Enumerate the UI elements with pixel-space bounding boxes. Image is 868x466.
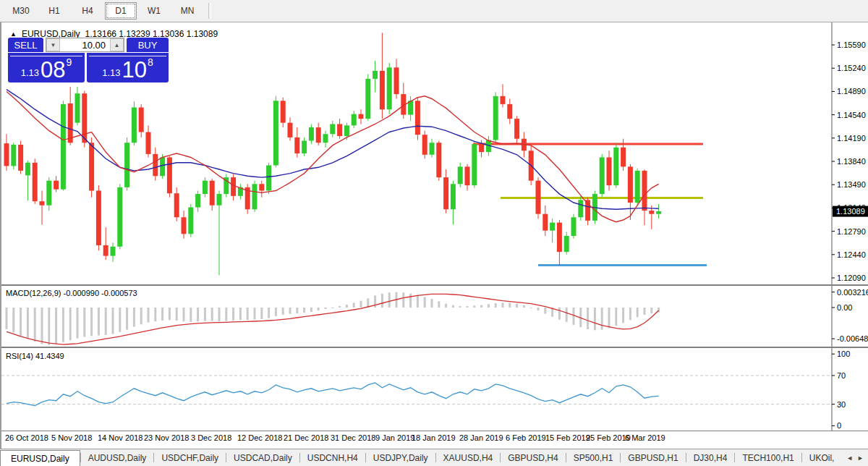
candle-body [309,127,314,140]
sell-button[interactable]: SELL [8,38,43,52]
candle-body [132,107,137,143]
macd-histogram-bar [161,308,163,321]
date-axis-label[interactable]: 31 Dec 2018 [331,433,375,442]
macd-histogram-bar [197,308,199,321]
candle-body [188,207,193,234]
bottom-tab-eurusd-daily[interactable]: EURUSD,Daily [0,450,80,466]
volume-increase-icon[interactable]: ▲ [110,38,124,51]
bottom-tab-ukoil-[interactable]: UKOil, [802,449,842,466]
tab-scroll-left-icon[interactable]: ◄ [846,454,853,462]
macd-label: MACD(12,26,9) -0.000990 -0.000573 [6,289,137,297]
date-axis-label[interactable]: 15 Feb 2019 [545,433,590,442]
price-tick-label: 1.14540 [837,111,866,119]
date-axis-label[interactable]: 9 Jan 2019 [375,433,414,442]
date-axis-label[interactable]: 26 Oct 2018 [5,433,48,442]
timeframe-button-D1[interactable]: D1 [105,2,137,20]
candle-body [621,148,626,167]
candle-body [167,157,172,193]
volume-decrease-icon[interactable]: ▼ [46,38,60,51]
macd-histogram-bar [69,308,72,340]
macd-histogram-bar [615,308,617,326]
candle-body [422,135,427,155]
candle-body [25,163,30,175]
date-axis-label[interactable]: 23 Nov 2018 [144,433,189,442]
macd-histogram-bar [41,308,43,344]
timeframe-button-MN[interactable]: MN [171,2,203,20]
bottom-tab-dj30-h4[interactable]: DJ30,H4 [686,449,735,466]
candle-body [4,143,9,166]
macd-histogram-bar [537,308,540,310]
bottom-tab-sp500-h1[interactable]: SP500,H1 [566,449,621,466]
macd-histogram-bar [629,308,631,320]
candle-body [557,223,562,252]
date-axis-label[interactable]: 18 Jan 2019 [412,433,456,442]
timeframe-button-H4[interactable]: H4 [72,2,103,20]
candle-body [281,101,286,122]
macd-histogram-bar [473,305,475,308]
macd-histogram-bar [105,308,107,335]
macd-histogram-bar [27,308,29,339]
sell-price-pip: 9 [67,56,72,68]
candle-body [195,194,200,207]
candle-body [316,127,321,143]
candle-body [231,177,236,196]
macd-histogram-bar [360,301,362,308]
date-axis-label[interactable]: 3 Dec 2018 [191,433,231,442]
bottom-tab-usdcnh-h4[interactable]: USDCNH,H4 [300,449,365,466]
candle-body [323,134,328,143]
one-click-trade-panel: SELL ▼ 10.00 ▲ BUY 1.13 08 9 1.13 10 8 [8,38,169,106]
bottom-tab-tech100-h1[interactable]: TECH100,H1 [735,449,801,466]
price-tick-label: 1.13840 [837,157,866,166]
date-axis-label[interactable]: 6 Feb 2019 [506,433,546,442]
candle-body [507,104,512,119]
price-tick-label: 1.12090 [837,274,866,282]
buy-price-display[interactable]: 1.13 10 8 [87,53,169,82]
chart-tab-bar: EURUSD,DailyAUDUSD,DailyUSDCHF,DailyUSDC… [0,449,868,466]
bottom-tab-gbpusd-h1[interactable]: GBPUSD,H1 [621,449,685,466]
bottom-tab-usdjpy-daily[interactable]: USDJPY,Daily [366,449,435,466]
tab-scroll-right-icon[interactable]: ► [857,454,864,462]
date-axis-label[interactable]: 21 Dec 2018 [284,433,328,442]
candle-body [96,190,101,245]
sell-price-display[interactable]: 1.13 08 9 [8,53,85,82]
bottom-tab-audusd-daily[interactable]: AUDUSD,Daily [81,449,154,466]
candle-body [330,124,335,134]
volume-input[interactable]: 10.00 [60,38,110,51]
volume-stepper: ▼ 10.00 ▲ [46,38,124,52]
current-price-value: 1.13089 [836,207,865,216]
chart-window: 1.155901.152401.148901.145401.141901.138… [0,22,868,449]
bottom-tab-usdchf-daily[interactable]: USDCHF,Daily [154,449,226,466]
macd-histogram-bar [445,304,447,308]
buy-button[interactable]: BUY [127,38,169,52]
date-axis-label[interactable]: 28 Jan 2019 [459,433,503,442]
bottom-tab-usdcad-daily[interactable]: USDCAD,Daily [226,449,299,466]
bottom-tab-gbpusd-h4[interactable]: GBPUSD,H4 [501,449,565,466]
bottom-tab-xauusd-h4[interactable]: XAUUSD,H4 [436,449,501,466]
macd-histogram-bar [133,308,135,327]
date-axis-label[interactable]: 6 Mar 2019 [625,433,665,442]
macd-histogram-bar [431,299,433,308]
candle-body [294,137,299,153]
candle-body [352,114,357,126]
rsi-tick-label: 70 [837,371,846,380]
candle-body [550,223,555,231]
timeframe-button-M30[interactable]: M30 [5,2,37,20]
candle-body [394,67,399,94]
candle-body [103,245,109,256]
date-axis-label[interactable]: 5 Nov 2018 [51,433,92,442]
collapse-icon[interactable]: ▲ [10,30,17,38]
candle-body [585,200,590,221]
date-axis-label[interactable]: 12 Dec 2018 [237,433,282,442]
macd-histogram-bar [169,308,171,320]
macd-histogram-bar [112,308,114,334]
date-axis-label[interactable]: 14 Nov 2018 [98,433,142,442]
macd-histogram-bar [650,308,652,313]
macd-histogram-bar [438,301,440,308]
macd-histogram-bar [232,308,234,321]
candle-body [465,166,470,185]
timeframe-button-H1[interactable]: H1 [38,2,70,20]
timeframe-button-W1[interactable]: W1 [138,2,170,20]
price-tick-label: 1.12440 [837,250,866,259]
date-axis-label[interactable]: 25 Feb 2019 [586,433,631,442]
macd-histogram-bar [254,308,256,320]
